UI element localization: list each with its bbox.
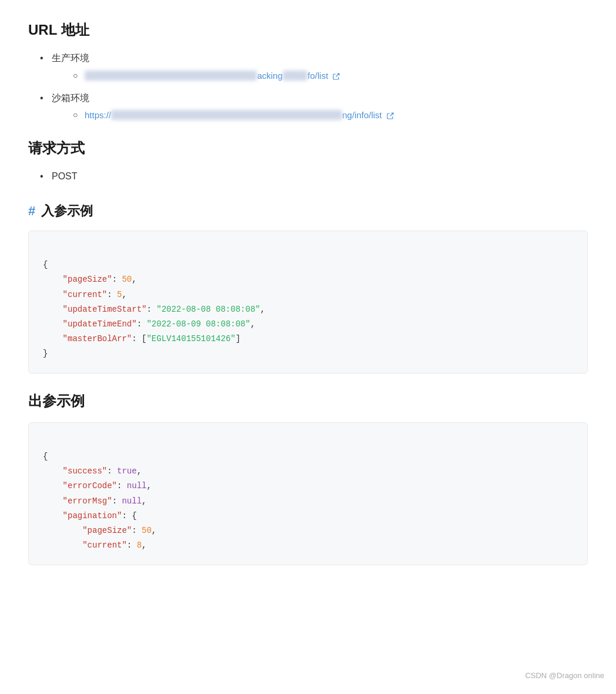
method-value: POST bbox=[52, 171, 78, 181]
sandbox-url-link[interactable]: https://████████████████████████████████… bbox=[85, 110, 394, 120]
production-url-blurred: https://www.████████████████████ bbox=[85, 71, 257, 81]
input-code-block: { "pageSize": 50, "current": 5, "updateT… bbox=[28, 231, 588, 374]
input-example-heading: 入参示例 bbox=[41, 201, 93, 221]
url-section-heading: URL 地址 bbox=[28, 19, 588, 41]
method-item: POST bbox=[40, 169, 588, 184]
method-section-heading: 请求方式 bbox=[28, 137, 588, 159]
production-url-list: https://www.████████████████████acking██… bbox=[52, 68, 588, 84]
sandbox-env-label: 沙箱环境 bbox=[52, 93, 89, 103]
url-section: URL 地址 生产环境 https://www.████████████████… bbox=[28, 19, 588, 123]
output-example-section: 出参示例 { "success": true, "errorCode": nul… bbox=[28, 390, 588, 565]
production-url-blurred2: ████ bbox=[283, 71, 308, 81]
method-list: POST bbox=[28, 169, 588, 184]
output-code-block: { "success": true, "errorCode": null, "e… bbox=[28, 422, 588, 566]
production-url-link[interactable]: https://www.████████████████████acking██… bbox=[85, 71, 340, 81]
sandbox-url-item: https://████████████████████████████████… bbox=[73, 108, 588, 123]
external-link-icon-2 bbox=[387, 112, 394, 119]
input-example-heading-container: # 入参示例 bbox=[28, 201, 588, 221]
environment-list: 生产环境 https://www.████████████████████ack… bbox=[28, 51, 588, 122]
production-url-item: https://www.████████████████████acking██… bbox=[73, 68, 588, 84]
sandbox-env-item: 沙箱环境 https://███████████████████████████… bbox=[40, 91, 588, 123]
input-example-section: # 入参示例 { "pageSize": 50, "current": 5, "… bbox=[28, 201, 588, 374]
hash-symbol: # bbox=[28, 201, 35, 221]
external-link-icon bbox=[333, 73, 340, 80]
output-example-heading: 出参示例 bbox=[28, 390, 588, 412]
sandbox-url-list: https://████████████████████████████████… bbox=[52, 108, 588, 123]
production-env-label: 生产环境 bbox=[52, 53, 89, 63]
method-section: 请求方式 POST bbox=[28, 137, 588, 184]
production-env-item: 生产环境 https://www.████████████████████ack… bbox=[40, 51, 588, 83]
sandbox-url-blurred: █████████████████████████████████████ bbox=[111, 110, 342, 120]
